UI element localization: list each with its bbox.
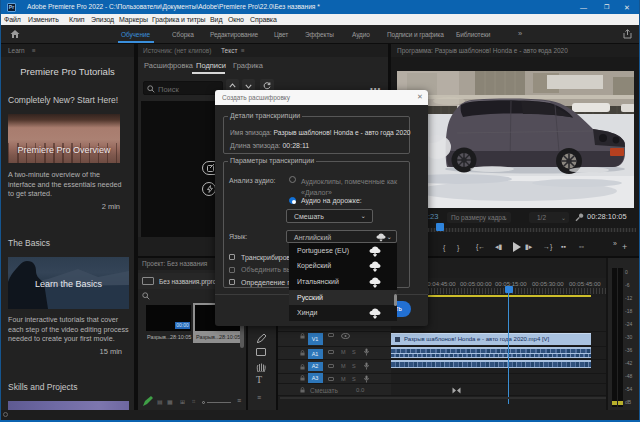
svg-text:-36: -36: [625, 347, 632, 353]
svg-text:-18: -18: [625, 308, 632, 314]
svg-text:-24: -24: [625, 321, 632, 327]
svg-text:-42: -42: [625, 360, 632, 366]
svg-text:-6: -6: [625, 282, 630, 288]
svg-text:-30: -30: [625, 334, 632, 340]
svg-text:0: 0: [625, 269, 628, 275]
svg-text:dB: dB: [625, 399, 632, 405]
svg-text:-54: -54: [625, 386, 632, 392]
svg-text:-48: -48: [625, 373, 632, 379]
svg-text:-12: -12: [625, 295, 632, 301]
